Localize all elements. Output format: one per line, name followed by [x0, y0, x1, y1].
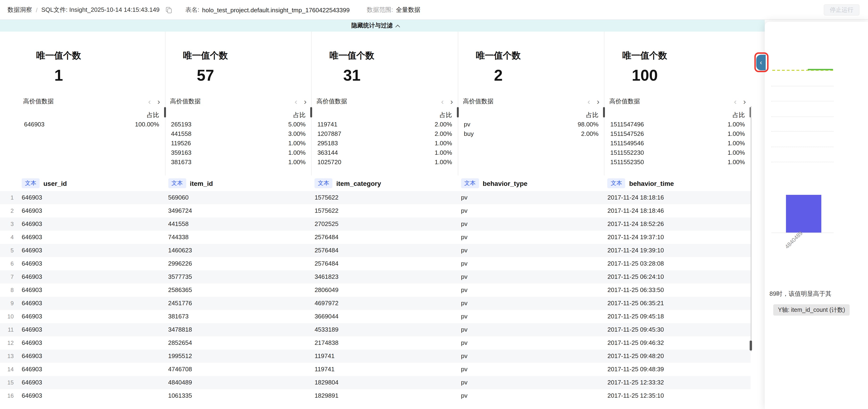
high-value-data-label: 高价值数据: [610, 97, 640, 106]
column-stats-panel: 唯一值个数 31 高价值数据 ‹ › 占比 119741 2.00% 12078…: [311, 32, 458, 175]
column-name: user_id: [43, 179, 67, 187]
table-cell: pv: [458, 270, 604, 284]
unique-count-title: 唯一值个数: [605, 50, 685, 62]
reference-solid-line: [808, 69, 833, 70]
table-row[interactable]: 10 6469033816733669044pv2017-11-25 09:45…: [0, 310, 751, 323]
table-cell: 2017-11-24 18:18:46: [604, 204, 751, 217]
ratio-row: pv 98.00%: [458, 120, 604, 129]
unique-count-value: 57: [165, 66, 246, 84]
ratio-percent: 1.00%: [727, 148, 745, 157]
table-cell: 3496724: [165, 204, 311, 217]
next-page-icon[interactable]: ›: [450, 97, 453, 106]
ratio-percent: 5.00%: [288, 120, 306, 129]
column-header[interactable]: 文本 user_id: [19, 178, 165, 188]
table-row[interactable]: 3 6469034415582702525pv2017-11-24 18:52:…: [0, 217, 751, 231]
table-row[interactable]: 14 6469034746708119741pv2017-11-25 09:48…: [0, 363, 751, 376]
table-cell: 646903: [19, 389, 165, 402]
data-table: 唯一值个数 1 高价值数据 ‹ › 占比 646903 100.00% 唯一值个…: [0, 32, 751, 409]
table-row[interactable]: 6 64690329962262576484pv2017-11-25 03:28…: [0, 257, 751, 270]
stop-run-button[interactable]: 停止运行: [824, 4, 860, 16]
prev-page-icon[interactable]: ‹: [441, 97, 444, 106]
table-cell: 441558: [165, 217, 311, 231]
row-number: 14: [0, 363, 19, 376]
mini-scrollbar-thumb[interactable]: [603, 107, 605, 117]
column-header[interactable]: 文本 item_id: [165, 178, 311, 188]
table-cell: 2702525: [311, 217, 458, 231]
table-row[interactable]: 9 64690324517764697972pv2017-11-25 06:35…: [0, 297, 751, 310]
ratio-percent: 1.00%: [288, 139, 306, 148]
table-cell: 2806049: [311, 284, 458, 297]
prev-page-icon[interactable]: ‹: [734, 97, 737, 106]
high-value-data-row: 高价值数据 ‹ ›: [312, 97, 458, 106]
table-row[interactable]: 13 6469031995512119741pv2017-11-25 09:48…: [0, 350, 751, 363]
hide-stats-filter-bar[interactable]: 隐藏统计与过滤: [0, 20, 765, 32]
high-value-data-row: 高价值数据 ‹ ›: [605, 97, 751, 106]
high-value-data-label: 高价值数据: [23, 97, 54, 106]
row-number: 5: [0, 244, 19, 257]
unique-count-title: 唯一值个数: [165, 50, 246, 62]
next-page-icon[interactable]: ›: [597, 97, 599, 106]
mini-scrollbar-thumb[interactable]: [164, 107, 166, 117]
table-cell: 1829891: [311, 389, 458, 402]
table-name-label: 表名:: [185, 6, 199, 14]
unique-count-value: 31: [312, 66, 392, 84]
ratio-row: 295183 1.00%: [312, 139, 458, 148]
gridline: [771, 117, 834, 117]
prev-page-icon[interactable]: ‹: [148, 97, 151, 106]
high-value-data-label: 高价值数据: [463, 97, 494, 106]
table-row[interactable]: 16 64690310613351829891pv2017-11-25 12:3…: [0, 389, 751, 402]
table-row[interactable]: 7 64690335777353461823pv2017-11-25 06:24…: [0, 270, 751, 284]
unique-count-title: 唯一值个数: [312, 50, 392, 62]
app-window: 数据洞察 / SQL文件: Insight_2025-10-14 14:15:4…: [0, 0, 868, 409]
vertical-scrollbar-thumb[interactable]: [750, 341, 752, 351]
table-row[interactable]: 4 6469037443382576484pv2017-11-24 19:37:…: [0, 231, 751, 244]
table-cell: 646903: [19, 284, 165, 297]
table-cell: 744338: [165, 231, 311, 244]
table-row[interactable]: 2 64690334967241575622pv2017-11-24 18:18…: [0, 204, 751, 217]
insight-description: 89时，该值明显高于其: [770, 290, 845, 298]
mini-scrollbar-thumb[interactable]: [310, 107, 312, 117]
table-cell: 2017-11-25 09:45:18: [604, 310, 751, 323]
vertical-scrollbar-track[interactable]: [751, 106, 751, 351]
column-header[interactable]: 文本 behavior_type: [458, 178, 604, 188]
table-cell: 2017-11-24 19:39:10: [604, 244, 751, 257]
ratio-row: 1511549546 1.00%: [605, 139, 751, 148]
unique-count-value: 100: [605, 66, 685, 84]
table-row[interactable]: 15 64690348404891829804pv2017-11-25 12:3…: [0, 376, 751, 389]
table-row[interactable]: 5 64690314606232576484pv2017-11-24 19:39…: [0, 244, 751, 257]
column-header[interactable]: 文本 behavior_time: [604, 178, 751, 188]
table-row[interactable]: 11 64690334788184533189pv2017-11-25 09:4…: [0, 323, 751, 337]
breadcrumb-separator: /: [36, 6, 37, 13]
prev-page-icon[interactable]: ‹: [295, 97, 297, 106]
table-cell: 1061335: [165, 389, 311, 402]
prev-page-icon[interactable]: ‹: [587, 97, 590, 106]
table-row[interactable]: 8 64690325863652806049pv2017-11-25 06:33…: [0, 284, 751, 297]
column-header[interactable]: 文本 item_category: [311, 178, 458, 188]
row-number: 16: [0, 389, 19, 402]
table-row[interactable]: 12 64690328526542174838pv2017-11-25 09:4…: [0, 337, 751, 350]
table-cell: 1995512: [165, 350, 311, 363]
stats-row: 唯一值个数 1 高价值数据 ‹ › 占比 646903 100.00% 唯一值个…: [0, 32, 751, 175]
table-cell: 2576484: [311, 231, 458, 244]
mini-scrollbar-thumb[interactable]: [457, 107, 459, 117]
next-page-icon[interactable]: ›: [304, 97, 307, 106]
table-cell: pv: [458, 363, 604, 376]
bar-item[interactable]: [786, 195, 821, 233]
breadcrumb-item-insight[interactable]: 数据洞察: [7, 6, 32, 14]
next-page-icon[interactable]: ›: [157, 97, 160, 106]
ratio-row: 119741 2.00%: [312, 120, 458, 129]
row-number: 4: [0, 231, 19, 244]
collapse-panel-button[interactable]: ‹: [756, 55, 766, 70]
table-cell: pv: [458, 310, 604, 323]
pagination-arrows: ‹ ›: [434, 97, 453, 106]
pagination-arrows: ‹ ›: [142, 97, 160, 106]
ratio-value: 265193: [171, 120, 191, 129]
row-number: 13: [0, 350, 19, 363]
copy-icon[interactable]: [166, 7, 172, 13]
next-page-icon[interactable]: ›: [743, 97, 746, 106]
table-cell: 2576484: [311, 257, 458, 270]
table-cell: pv: [458, 244, 604, 257]
hide-stats-filter-label: 隐藏统计与过滤: [351, 22, 393, 30]
ratio-value: 295183: [317, 139, 338, 148]
table-row[interactable]: 1 6469035690601575622pv2017-11-24 18:18:…: [0, 191, 751, 204]
